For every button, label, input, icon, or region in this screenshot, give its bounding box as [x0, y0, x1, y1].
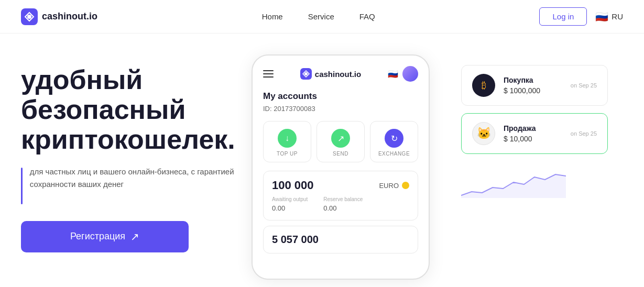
hero-description: для частных лиц и вашего онлайн-бизнеса,…	[30, 165, 241, 191]
transaction-card-buy: ₿ Покупка $ 1000,000 on Sep 25	[461, 65, 608, 106]
awaiting-value: 0.00	[272, 204, 285, 212]
hero-section: удобный безопасный криптокошелек. для ча…	[21, 54, 241, 252]
action-buttons: ↓ TOP UP ↗ SEND ↻ EXCHANGE	[263, 121, 418, 162]
awaiting-label: Awaiting output	[272, 196, 308, 202]
awaiting-output: Awaiting output 0.00	[272, 196, 308, 213]
topup-button[interactable]: ↓ TOP UP	[263, 121, 311, 162]
hamburger-line	[263, 76, 274, 78]
chart-area	[461, 167, 566, 198]
exchange-icon: ↻	[385, 129, 403, 148]
login-button[interactable]: Log in	[539, 7, 587, 26]
phone-flag-icon: 🇷🇺	[388, 69, 398, 79]
hamburger-line	[263, 73, 274, 74]
logo-text: cashinout.io	[42, 11, 97, 22]
topup-icon: ↓	[278, 129, 297, 148]
balance-amount-2: 5 057 000	[272, 234, 319, 245]
nav-faq[interactable]: FAQ	[359, 12, 375, 21]
transaction-amount-buy: $ 1000,000	[504, 86, 562, 95]
transaction-date-buy: on Sep 25	[571, 82, 597, 89]
bitcoin-icon: ₿	[472, 74, 495, 97]
nav-home[interactable]: Home	[262, 12, 283, 21]
send-button[interactable]: ↗ SEND	[316, 121, 365, 162]
exchange-button[interactable]: ↻ EXCHANGE	[370, 121, 418, 162]
hamburger-menu[interactable]	[263, 70, 274, 78]
svg-point-1	[27, 15, 31, 19]
send-label: SEND	[333, 151, 348, 157]
user-avatar	[402, 66, 418, 82]
my-accounts-title: My accounts	[263, 91, 418, 102]
arrow-icon: ↗	[130, 230, 139, 243]
transaction-title-buy: Покупка	[504, 76, 562, 84]
header: cashinout.io Home Service FAQ Log in 🇷🇺 …	[0, 0, 644, 34]
transaction-cards: ₿ Покупка $ 1000,000 on Sep 25 🐱 Продажа…	[440, 54, 623, 198]
balance-card-1: 100 000 EURO Awaiting output 0.00 Reserv…	[263, 171, 418, 220]
transaction-title-sell: Продажа	[504, 124, 562, 133]
svg-point-3	[304, 72, 308, 75]
flag-icon: 🇷🇺	[595, 10, 608, 23]
hamburger-line	[263, 70, 274, 71]
lang-code: RU	[612, 12, 623, 21]
account-id: ID: 20173700083	[263, 105, 418, 113]
reserve-label: Reserve balance	[323, 196, 363, 202]
reserve-value: 0.00	[323, 204, 336, 212]
topup-label: TOP UP	[277, 151, 298, 157]
currency-label: EURO	[379, 182, 399, 190]
send-icon: ↗	[331, 129, 350, 148]
register-button[interactable]: Регистрация ↗	[21, 221, 189, 252]
chart-svg	[461, 167, 566, 198]
transaction-info-sell: Продажа $ 10,000	[504, 124, 562, 143]
cat-icon: 🐱	[472, 122, 495, 145]
main-content: удобный безопасный криптокошелек. для ча…	[0, 34, 644, 287]
hero-title: удобный безопасный криптокошелек.	[21, 65, 241, 155]
logo-icon	[21, 8, 38, 25]
phone-logo-icon	[300, 68, 312, 80]
balance-sub-row: Awaiting output 0.00 Reserve balance 0.0…	[272, 196, 409, 213]
hero-description-wrap: для частных лиц и вашего онлайн-бизнеса,…	[21, 165, 241, 204]
phone-header: cashinout.io 🇷🇺	[263, 66, 418, 82]
transaction-amount-sell: $ 10,000	[504, 135, 562, 143]
balance-currency: EURO	[379, 182, 409, 190]
logo: cashinout.io	[21, 8, 97, 25]
phone-header-right: 🇷🇺	[388, 66, 418, 82]
euro-dot-icon	[402, 182, 409, 189]
hero-bar-accent	[21, 168, 23, 204]
exchange-label: EXCHANGE	[378, 151, 410, 157]
main-nav: Home Service FAQ	[262, 12, 375, 21]
transaction-card-sell: 🐱 Продажа $ 10,000 on Sep 25	[461, 113, 608, 154]
reserve-balance: Reserve balance 0.00	[323, 196, 363, 213]
nav-service[interactable]: Service	[308, 12, 334, 21]
phone-logo: cashinout.io	[300, 68, 361, 80]
phone-mockup-wrap: cashinout.io 🇷🇺 My accounts ID: 20173700…	[241, 54, 440, 280]
phone-logo-text: cashinout.io	[315, 70, 361, 79]
balance-main-row: 100 000 EURO	[272, 179, 409, 192]
register-label: Регистрация	[70, 231, 125, 242]
language-switcher[interactable]: 🇷🇺 RU	[595, 10, 623, 23]
balance-card-2: 5 057 000	[263, 226, 418, 253]
transaction-date-sell: on Sep 25	[571, 130, 597, 137]
balance-amount: 100 000	[272, 179, 314, 192]
header-right: Log in 🇷🇺 RU	[539, 7, 623, 26]
phone-mockup: cashinout.io 🇷🇺 My accounts ID: 20173700…	[252, 54, 430, 280]
transaction-info-buy: Покупка $ 1000,000	[504, 76, 562, 95]
